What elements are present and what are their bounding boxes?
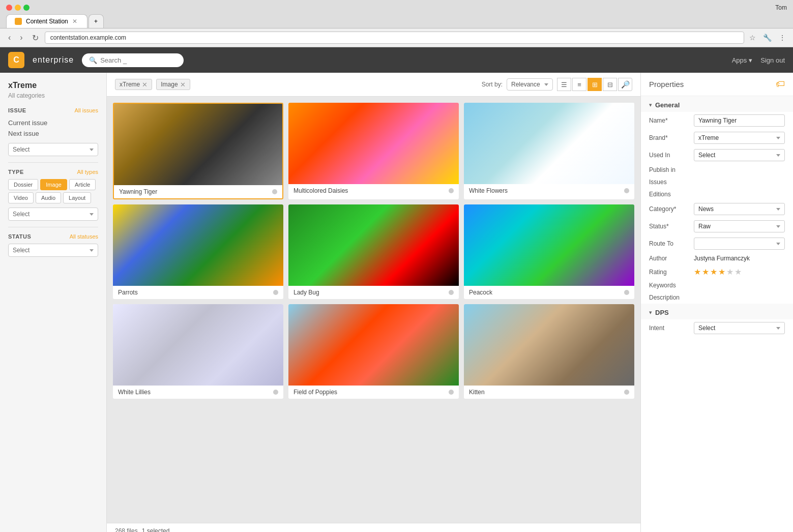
grid-item-flowers[interactable]: White Flowers (464, 103, 634, 199)
all-types-link[interactable]: All types (77, 169, 98, 175)
grid-item-poppies[interactable]: Field of Poppies (288, 304, 459, 399)
grid-item-daisies[interactable]: Multicolored Daisies (288, 103, 459, 199)
general-section-title: General (655, 101, 680, 109)
apps-button[interactable]: Apps ▾ (732, 56, 753, 64)
search-input[interactable] (100, 56, 171, 64)
maximize-btn[interactable] (23, 5, 30, 11)
properties-panel: Properties 🏷 ▾ General Name* Brand* xTre… (640, 73, 793, 532)
view-btn-grid-small[interactable]: ⊟ (603, 78, 617, 91)
reload-btn[interactable]: ↻ (29, 32, 42, 44)
type-btn-dossier[interactable]: Dossier (8, 179, 38, 190)
category-select[interactable]: News (694, 203, 785, 215)
tab-close-icon[interactable]: ✕ (72, 18, 77, 25)
filter-tag-image[interactable]: Image ✕ (156, 79, 190, 90)
category-select-wrap: News (694, 203, 785, 215)
grid-item-footer-lillies: White Lillies (113, 386, 283, 399)
grid-item-ladybug[interactable]: Lady Bug (288, 204, 459, 299)
view-btn-compact[interactable]: ≡ (572, 78, 586, 91)
route-to-label: Route To (649, 240, 690, 247)
intent-label: Intent (649, 324, 690, 332)
used-in-select[interactable]: Select (694, 149, 785, 161)
logo-box: C (8, 52, 24, 68)
back-btn[interactable]: ‹ (5, 32, 14, 43)
grid-item-peacock[interactable]: Peacock (464, 204, 634, 299)
dps-section-header[interactable]: ▾ DPS (641, 304, 793, 319)
grid-item-img-poppies (288, 304, 459, 386)
category-label: Category* (649, 205, 690, 213)
view-btn-grid[interactable]: ⊞ (588, 78, 602, 91)
grid-item-name-lillies: White Lillies (118, 389, 151, 396)
menu-btn[interactable]: ⋮ (777, 33, 788, 43)
status-select[interactable]: Select (8, 244, 98, 257)
face-search-btn[interactable]: 🔎 (618, 78, 632, 91)
prop-row-issues: Issues (641, 176, 793, 188)
type-section: TYPE All types Dossier Image Article Vid… (8, 169, 98, 221)
grid-item-img-daisies (288, 103, 459, 184)
tab-title: Content Station (26, 18, 68, 25)
signout-button[interactable]: Sign out (760, 56, 785, 64)
properties-action-icon[interactable]: 🏷 (776, 79, 785, 90)
grid-item-footer-ladybug: Lady Bug (288, 286, 459, 299)
address-bar[interactable] (45, 32, 744, 44)
brand-select[interactable]: xTreme (694, 132, 785, 144)
brand-select-wrap: xTreme (694, 132, 785, 144)
grid-item-parrots[interactable]: Parrots (113, 204, 283, 299)
type-btn-article[interactable]: Article (69, 179, 96, 190)
prop-row-category: Category* News (641, 200, 793, 218)
issue-section: ISSUE All issues Current issue Next issu… (8, 107, 98, 156)
grid-item-name-parrots: Parrots (118, 289, 138, 296)
grid-item-kitten[interactable]: Kitten (464, 304, 634, 399)
status-section: STATUS All statuses Select (8, 233, 98, 257)
type-btn-layout[interactable]: Layout (63, 192, 91, 203)
star-3-icon: ★ (710, 267, 717, 277)
bookmark-btn[interactable]: ☆ (747, 33, 758, 43)
view-btn-list[interactable]: ☰ (557, 78, 571, 91)
type-btn-video[interactable]: Video (8, 192, 34, 203)
rating-stars[interactable]: ★ ★ ★ ★ ★ ★ (694, 267, 742, 277)
close-btn[interactable] (6, 5, 12, 11)
grid-item-lillies[interactable]: White Lillies (113, 304, 283, 399)
properties-header: Properties 🏷 (641, 73, 793, 96)
extensions-btn[interactable]: 🔧 (761, 33, 774, 43)
grid-item-footer-poppies: Field of Poppies (288, 386, 459, 399)
browser-tab[interactable]: Content Station ✕ (6, 14, 87, 28)
sort-select[interactable]: Relevance Name Date (507, 78, 553, 91)
grid-item-footer-yawning-tiger: Yawning Tiger (114, 185, 282, 198)
minimize-btn[interactable] (15, 5, 21, 11)
new-tab-btn[interactable]: + (89, 14, 104, 28)
name-input[interactable] (694, 114, 785, 127)
route-to-select[interactable] (694, 238, 785, 250)
grid-item-yawning-tiger[interactable]: Yawning Tiger (113, 103, 283, 199)
grid-item-name-poppies: Field of Poppies (293, 389, 337, 396)
grid-item-footer-flowers: White Flowers (464, 184, 634, 197)
prop-row-used-in: Used In Select (641, 146, 793, 164)
issue-select[interactable]: Select (8, 143, 98, 156)
intent-select-wrap: Select (694, 322, 785, 334)
grid-item-status-yawning-tiger (272, 189, 277, 194)
filter-tag-xtreme[interactable]: xTreme ✕ (115, 79, 152, 90)
all-issues-link[interactable]: All issues (75, 107, 98, 113)
grid-item-name-kitten: Kitten (469, 389, 485, 396)
star-5-icon: ★ (726, 267, 733, 277)
prop-row-status: Status* Raw (641, 218, 793, 235)
status-prop-select[interactable]: Raw (694, 220, 785, 232)
used-in-label: Used In (649, 152, 690, 159)
sidebar-subtitle: All categories (8, 92, 98, 99)
intent-select[interactable]: Select (694, 322, 785, 334)
sidebar-item-current-issue[interactable]: Current issue (8, 117, 98, 128)
prop-row-name: Name* (641, 112, 793, 129)
prop-row-intent: Intent Select (641, 319, 793, 337)
type-btn-image[interactable]: Image (40, 179, 67, 190)
forward-btn[interactable]: › (17, 32, 25, 43)
general-section-header[interactable]: ▾ General (641, 96, 793, 112)
type-select[interactable]: Select (8, 208, 98, 221)
star-6-icon: ★ (735, 267, 742, 277)
search-icon: 🔍 (89, 56, 97, 64)
issue-section-label: ISSUE (8, 107, 26, 113)
type-btn-audio[interactable]: Audio (36, 192, 61, 203)
all-statuses-link[interactable]: All statuses (70, 233, 98, 240)
sidebar-item-next-issue[interactable]: Next issue (8, 128, 98, 139)
filter-tag-image-close-icon[interactable]: ✕ (180, 81, 186, 88)
selected-count: 1 selected (142, 527, 170, 532)
filter-tag-xtreme-close-icon[interactable]: ✕ (142, 81, 148, 88)
